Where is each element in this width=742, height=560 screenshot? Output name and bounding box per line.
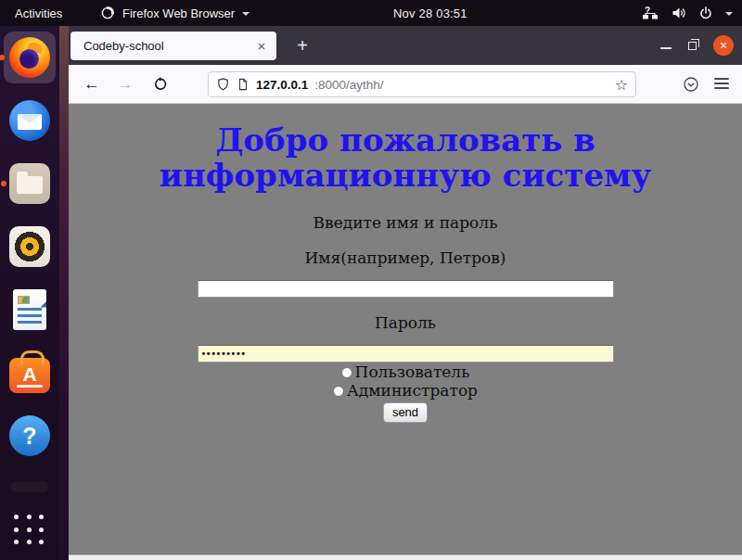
- dock-item-files[interactable]: [7, 161, 52, 206]
- window-bottom-edge: [69, 554, 742, 560]
- power-icon: [698, 6, 713, 20]
- pocket-icon[interactable]: [683, 76, 699, 93]
- dock-item-thunderbird[interactable]: [7, 98, 52, 143]
- reload-button[interactable]: [148, 72, 173, 96]
- pocket-glyph: [683, 76, 699, 93]
- shield-icon[interactable]: [216, 77, 230, 92]
- running-indicator: [1, 181, 6, 186]
- app-grid-icon: [14, 515, 45, 546]
- ubuntu-dock: A ?: [0, 26, 59, 560]
- new-tab-button[interactable]: +: [289, 32, 315, 58]
- rhythmbox-icon: [9, 226, 50, 267]
- tab-title: Codeby-school: [83, 39, 252, 53]
- dock-item-firefox[interactable]: [4, 32, 56, 83]
- envelope-flap-shape: [18, 114, 42, 123]
- name-field-label: Имя(например, Петров): [69, 248, 742, 267]
- network-question-icon: ?: [642, 6, 659, 20]
- app-menu-label: Firefox Web Browser: [122, 6, 235, 20]
- desktop-wallpaper-strip: [59, 26, 69, 560]
- tab-codeby-school[interactable]: Codeby-school ×: [70, 32, 276, 60]
- firefox-icon: [9, 37, 50, 78]
- menu-hamburger-icon[interactable]: [714, 78, 729, 89]
- speaker-shape: [14, 231, 45, 262]
- radio-label: Пользователь: [355, 363, 470, 381]
- password-field-label: Пароль: [69, 313, 742, 332]
- radio-button-icon[interactable]: [333, 386, 344, 397]
- page-content: Добро пожаловать в информационную систем…: [69, 104, 742, 554]
- page-fold-shape: [29, 296, 47, 308]
- minimize-button[interactable]: [660, 47, 672, 49]
- firefox-mono-icon: [100, 6, 115, 20]
- files-icon: [9, 163, 50, 204]
- close-window-button[interactable]: ×: [713, 35, 734, 56]
- restore-button[interactable]: [688, 42, 697, 50]
- dock-item-libreoffice-writer[interactable]: [7, 287, 52, 332]
- clock[interactable]: Nov 28 03:51: [393, 6, 467, 20]
- running-indicator: [0, 55, 5, 60]
- page-info-icon[interactable]: [237, 77, 249, 92]
- thunderbird-icon: [9, 100, 50, 141]
- reload-icon: [153, 77, 168, 92]
- name-input[interactable]: [198, 280, 614, 298]
- chevron-down-icon: [725, 12, 733, 16]
- dock-item-show-applications[interactable]: [7, 505, 52, 550]
- password-input[interactable]: •••••••••: [198, 345, 614, 363]
- radio-option-user[interactable]: Пользователь: [69, 363, 742, 381]
- help-icon: ?: [9, 415, 50, 456]
- dock-item-help[interactable]: ?: [7, 414, 52, 458]
- dock-item-ubuntu-software[interactable]: A: [7, 350, 52, 395]
- radio-option-admin[interactable]: Администратор: [69, 382, 742, 400]
- activities-button[interactable]: Activities: [15, 6, 62, 20]
- desktop: Activities Firefox Web Browser Nov 28 03…: [0, 0, 742, 560]
- folder-shape: [17, 176, 43, 194]
- page-title: Добро пожаловать в информационную систем…: [153, 122, 659, 193]
- send-button[interactable]: send: [383, 402, 428, 423]
- system-status-menu[interactable]: ?: [642, 0, 733, 26]
- url-path: :8000/aythh/: [314, 78, 383, 92]
- tab-bar: Codeby-school × + ×: [69, 26, 742, 65]
- back-button[interactable]: ←: [80, 72, 104, 96]
- window-controls: ×: [660, 26, 734, 65]
- volume-icon: [671, 6, 686, 20]
- software-letter: A: [22, 364, 36, 384]
- thumbnail-shape: [18, 296, 30, 304]
- chevron-down-icon: [242, 12, 249, 16]
- close-tab-icon[interactable]: ×: [252, 37, 271, 56]
- libreoffice-writer-icon: [13, 289, 46, 330]
- dimmed-dock-item: [10, 480, 49, 492]
- radio-label: Администратор: [347, 381, 478, 400]
- app-menu-button[interactable]: Firefox Web Browser: [100, 6, 249, 20]
- bookmark-star-icon[interactable]: ☆: [615, 76, 628, 94]
- url-bar[interactable]: 127.0.0.1:8000/aythh/ ☆: [208, 71, 636, 97]
- text-lines-shape: [18, 308, 42, 325]
- desktop-top-bar: Activities Firefox Web Browser Nov 28 03…: [0, 0, 742, 26]
- url-host: 127.0.0.1: [256, 78, 308, 92]
- forward-button[interactable]: →: [113, 72, 137, 96]
- ubuntu-software-icon: A: [9, 358, 50, 393]
- firefox-window: Codeby-school × + × ← →: [69, 26, 742, 560]
- radio-button-icon[interactable]: [341, 367, 352, 378]
- navigation-toolbar: ← → 127.0.0.1:8000/aythh/ ☆: [69, 65, 742, 104]
- intro-text: Введите имя и пароль: [69, 213, 742, 232]
- dock-item-rhythmbox[interactable]: [7, 224, 52, 269]
